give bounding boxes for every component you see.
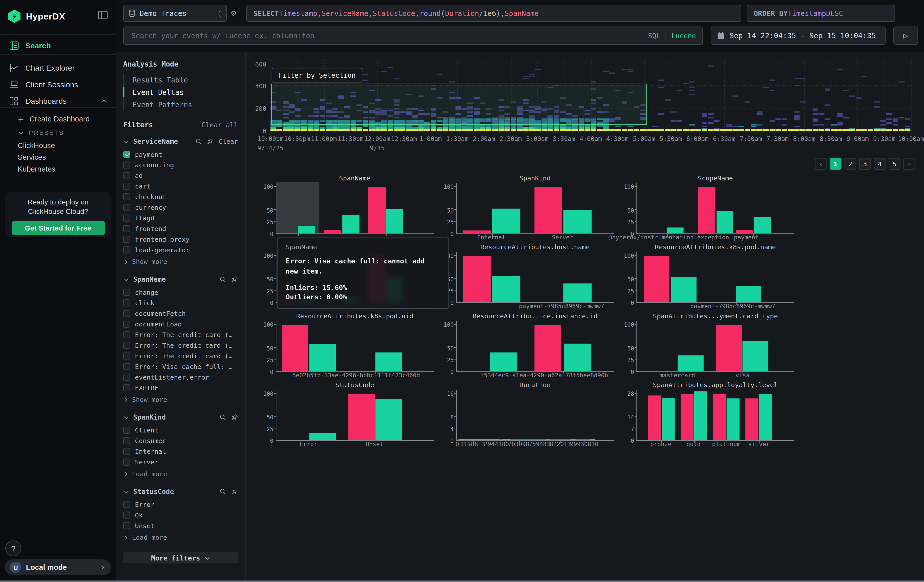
- bar-outliers[interactable]: [324, 230, 341, 233]
- checkbox[interactable]: [123, 374, 130, 381]
- filter-checkbox-server[interactable]: Server: [123, 457, 238, 467]
- get-started-button[interactable]: Get Started for Free: [12, 221, 104, 235]
- bar-inliers[interactable]: [375, 353, 401, 371]
- bar-inliers[interactable]: [564, 343, 591, 371]
- pin-icon[interactable]: [207, 138, 214, 145]
- search-input[interactable]: [130, 31, 648, 40]
- bar-inliers[interactable]: [563, 284, 591, 302]
- bar-outliers[interactable]: [652, 371, 678, 371]
- bar-inliers[interactable]: [759, 394, 772, 440]
- filter-checkbox-click[interactable]: click: [123, 298, 238, 308]
- pagination-page-5[interactable]: 5: [889, 158, 901, 170]
- bar-inliers[interactable]: [694, 391, 707, 440]
- bar-outliers[interactable]: [648, 395, 662, 440]
- pagination-page-1[interactable]: 1: [830, 158, 842, 170]
- filter-checkbox-unset[interactable]: Unset: [123, 521, 238, 531]
- pagination-page-4[interactable]: 4: [874, 158, 886, 170]
- run-query-button[interactable]: ▷: [893, 26, 918, 45]
- bar-inliers[interactable]: [491, 353, 517, 371]
- clear-filter-button[interactable]: Clear: [219, 138, 238, 145]
- filter-load-more-button[interactable]: Load more: [123, 532, 238, 543]
- checkbox[interactable]: [123, 172, 130, 179]
- search-icon[interactable]: [219, 276, 226, 283]
- filter-checkbox-consumer[interactable]: Consumer: [123, 435, 238, 446]
- sidebar-item-kubernetes[interactable]: Kubernetes: [0, 163, 134, 175]
- bar-outliers[interactable]: [369, 187, 386, 233]
- select-query-input[interactable]: SELECT Timestamp, ServiceName, StatusCod…: [246, 5, 741, 22]
- bar-outliers[interactable]: [716, 325, 742, 371]
- checkbox[interactable]: [123, 310, 130, 317]
- chevron-down-icon[interactable]: [123, 488, 130, 495]
- clear-all-button[interactable]: Clear all: [201, 121, 238, 129]
- checkbox[interactable]: [123, 289, 130, 296]
- pagination-page-2[interactable]: 2: [844, 158, 856, 170]
- checkbox[interactable]: [123, 448, 130, 455]
- search-icon[interactable]: [219, 414, 226, 421]
- bar-inliers[interactable]: [492, 209, 520, 234]
- filter-checkbox-frontend-proxy[interactable]: frontend-proxy: [123, 234, 238, 245]
- bar-outliers[interactable]: [644, 256, 669, 302]
- checkbox[interactable]: [123, 183, 130, 190]
- filter-checkbox-accounting[interactable]: accounting: [123, 160, 238, 170]
- checkbox[interactable]: [123, 353, 130, 359]
- bar-inliers[interactable]: [298, 226, 315, 233]
- filter-load-more-button[interactable]: Load more: [123, 469, 238, 479]
- filter-checkbox-error-the-credit-card-[interactable]: Error: The credit card (…: [123, 340, 238, 351]
- sidebar-item-client-sessions[interactable]: Client Sessions: [0, 76, 116, 93]
- bar-inliers[interactable]: [309, 433, 336, 440]
- help-button[interactable]: ?: [5, 541, 21, 556]
- checkbox[interactable]: [123, 162, 130, 168]
- checkbox[interactable]: [123, 331, 130, 338]
- filter-checkbox-checkout[interactable]: checkout: [123, 191, 238, 202]
- filter-checkbox-error-the-credit-card-[interactable]: Error: The credit card (…: [123, 351, 238, 361]
- chevron-down-icon[interactable]: [123, 414, 130, 420]
- filter-show-more-button[interactable]: Show more: [123, 256, 238, 267]
- bar-inliers[interactable]: [678, 356, 704, 371]
- filter-checkbox-error[interactable]: Error: [123, 499, 238, 510]
- checkbox[interactable]: [123, 204, 130, 211]
- bar-inliers[interactable]: [492, 276, 520, 302]
- filter-checkbox-currency[interactable]: currency: [123, 202, 238, 213]
- sidebar-item-dashboards[interactable]: Dashboards: [0, 92, 116, 110]
- checkbox[interactable]: [123, 225, 130, 232]
- filter-checkbox-ad[interactable]: ad: [123, 170, 238, 181]
- chevron-down-icon[interactable]: [123, 138, 130, 145]
- checkbox[interactable]: [123, 246, 130, 254]
- filter-checkbox-cart[interactable]: cart: [123, 181, 238, 191]
- search-icon[interactable]: [219, 488, 226, 495]
- checkbox[interactable]: [123, 501, 130, 508]
- sidebar-collapse-icon[interactable]: [98, 11, 108, 20]
- bar-outliers[interactable]: [736, 230, 753, 233]
- sidebar-item-clickhouse[interactable]: ClickHouse: [0, 140, 134, 152]
- filter-by-selection-button[interactable]: Filter by Selection: [272, 68, 362, 82]
- filter-checkbox-documentload[interactable]: documentLoad: [123, 319, 238, 330]
- checkbox[interactable]: [123, 342, 130, 349]
- bar-inliers[interactable]: [736, 286, 761, 302]
- date-range-picker[interactable]: Sep 14 22:04:35 - Sep 15 10:04:35: [711, 26, 886, 45]
- sidebar-item-search[interactable]: Search: [0, 36, 116, 54]
- bar-outliers[interactable]: [713, 394, 726, 440]
- pin-icon[interactable]: [231, 488, 238, 495]
- bar-outliers[interactable]: [282, 325, 308, 371]
- sidebar-item-chart-explorer[interactable]: Chart Explorer: [0, 59, 116, 77]
- bar-inliers[interactable]: [754, 217, 771, 233]
- bar-inliers[interactable]: [375, 399, 401, 440]
- bar-outliers[interactable]: [463, 231, 491, 233]
- filter-checkbox-frontend[interactable]: frontend: [123, 223, 238, 234]
- filter-checkbox-client[interactable]: Client: [123, 425, 238, 435]
- pagination-prev-button[interactable]: ‹: [815, 158, 827, 170]
- checkbox[interactable]: [123, 458, 130, 466]
- pin-icon[interactable]: [231, 414, 238, 421]
- sidebar-item-services[interactable]: Services: [0, 152, 134, 163]
- checkbox[interactable]: [123, 193, 130, 200]
- filter-show-more-button[interactable]: Show more: [123, 394, 238, 405]
- filter-checkbox-flagd[interactable]: flagd: [123, 213, 238, 223]
- bar-inliers[interactable]: [671, 277, 696, 302]
- filter-checkbox-expire[interactable]: EXPIRE: [123, 383, 238, 393]
- bar-inliers[interactable]: [716, 211, 733, 233]
- gear-icon[interactable]: ⚙: [231, 8, 236, 18]
- bar-inliers[interactable]: [726, 399, 739, 440]
- pin-icon[interactable]: [231, 276, 238, 283]
- heatmap-selection-box[interactable]: [271, 84, 647, 125]
- checkbox[interactable]: [123, 363, 130, 370]
